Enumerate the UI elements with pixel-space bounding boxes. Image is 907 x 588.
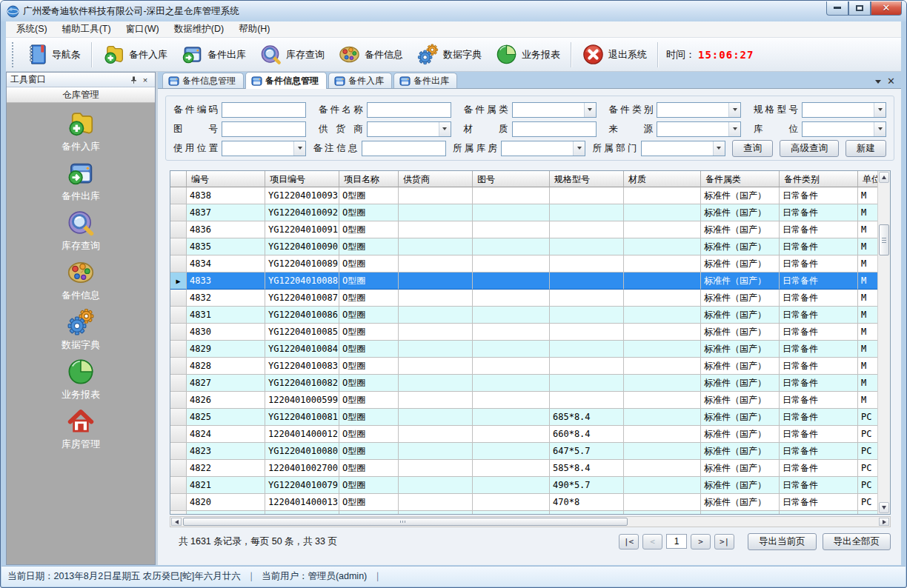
department-dropdown[interactable] xyxy=(641,141,725,156)
supplier-dropdown[interactable] xyxy=(367,121,451,137)
column-header[interactable]: 项目编号 xyxy=(265,171,339,187)
part-code-input[interactable] xyxy=(222,102,306,118)
menu-item[interactable]: 窗口(W) xyxy=(119,21,167,38)
sidebar-item-business-report[interactable]: 业务报表 xyxy=(7,357,155,407)
part-class-dropdown[interactable] xyxy=(657,102,741,118)
chevron-down-icon[interactable] xyxy=(728,122,740,136)
column-header[interactable]: 编号 xyxy=(187,171,265,187)
toolbar-button-business-report[interactable]: 业务报表 xyxy=(488,40,567,69)
table-row[interactable]: 4825YG12204010081O型圈685*8.4标准件（国产）日常备件PC xyxy=(170,409,877,426)
export-all-pages-button[interactable]: 导出全部页 xyxy=(823,533,891,550)
toolbar-button-stock-in[interactable]: 备件入库 xyxy=(96,40,174,69)
chevron-down-icon[interactable] xyxy=(874,103,886,117)
vertical-scroll-thumb[interactable] xyxy=(879,224,889,255)
sidebar-item-data-dictionary[interactable]: 数据字典 xyxy=(7,307,155,357)
sidebar-item-warehouse-management[interactable]: 库房管理 xyxy=(7,407,155,456)
table-row[interactable]: 4829YG12204010084O型圈标准件（国产）日常备件M xyxy=(170,341,877,358)
row-selector-cell[interactable] xyxy=(170,341,187,358)
toolbar-button-stock-out[interactable]: 备件出库 xyxy=(174,40,253,69)
remark-input[interactable] xyxy=(362,141,446,156)
row-selector-cell[interactable]: ▶ xyxy=(170,273,187,290)
row-selector-cell[interactable] xyxy=(170,204,187,221)
tab-parts-info-management-1[interactable]: 备件信息管理 xyxy=(162,73,244,88)
sidebar-item-inventory-query[interactable]: 库存查询 xyxy=(7,208,155,258)
row-selector-header[interactable] xyxy=(170,171,187,187)
row-selector-cell[interactable] xyxy=(170,392,187,409)
table-row[interactable]: 4835YG12204010090O型圈标准件（国产）日常备件M xyxy=(170,238,877,255)
table-row[interactable]: 4827YG12204010082O型圈标准件（国产）日常备件M xyxy=(170,375,877,392)
chevron-down-icon[interactable] xyxy=(713,141,725,156)
drawing-no-input[interactable] xyxy=(222,121,306,137)
table-row[interactable]: 4837YG12204010092O型圈标准件（国产）日常备件M xyxy=(170,204,877,221)
pin-icon[interactable] xyxy=(127,75,139,85)
part-category-dropdown[interactable] xyxy=(512,102,597,118)
maximize-button[interactable] xyxy=(848,1,871,16)
column-header[interactable]: 材质 xyxy=(624,171,701,187)
material-input[interactable] xyxy=(512,121,597,137)
table-row[interactable]: 48261220401000599O型圈标准件（国产）日常备件M xyxy=(170,392,877,409)
row-selector-cell[interactable] xyxy=(170,511,187,514)
table-row[interactable]: 4828YG12204010083O型圈标准件（国产）日常备件M xyxy=(170,358,877,375)
sidebar-item-stock-in[interactable]: 备件入库 xyxy=(7,109,155,158)
table-row[interactable]: 4831YG12204010086O型圈标准件（国产）日常备件M xyxy=(170,307,877,324)
column-header[interactable]: 备件属类 xyxy=(701,171,780,187)
row-selector-cell[interactable] xyxy=(170,494,187,511)
table-row[interactable]: 4832YG12204010087O型圈标准件（国产）日常备件M xyxy=(170,290,877,307)
column-header[interactable]: 单位 xyxy=(858,171,877,187)
page-number-input[interactable] xyxy=(666,534,687,549)
export-current-page-button[interactable]: 导出当前页 xyxy=(748,533,817,550)
next-page-button[interactable]: > xyxy=(691,534,711,549)
column-header[interactable]: 项目名称 xyxy=(339,171,399,187)
row-selector-cell[interactable] xyxy=(170,426,187,443)
tab-parts-info-management-2[interactable]: 备件信息管理 xyxy=(245,72,327,89)
last-page-button[interactable]: >| xyxy=(714,534,734,549)
menu-item[interactable]: 帮助(H) xyxy=(231,21,277,38)
minimize-button[interactable] xyxy=(826,1,848,16)
usage-position-dropdown[interactable] xyxy=(222,141,306,156)
table-row[interactable]: 48221220401002700O型圈585*8.4标准件（国产）日常备件PC xyxy=(170,460,877,477)
row-selector-cell[interactable] xyxy=(170,443,187,460)
chevron-down-icon[interactable] xyxy=(293,141,305,156)
toolbar-grip[interactable] xyxy=(12,42,16,67)
table-row[interactable]: 48201220401400013O型圈470*8标准件（国产）日常备件PC xyxy=(170,494,877,511)
sidebar-item-parts-info[interactable]: 备件信息 xyxy=(7,258,155,307)
first-page-button[interactable]: |< xyxy=(619,534,639,549)
scroll-up-icon[interactable] xyxy=(879,172,889,183)
scroll-right-icon[interactable] xyxy=(879,518,889,526)
row-selector-cell[interactable] xyxy=(170,307,187,324)
row-selector-cell[interactable] xyxy=(170,255,187,273)
advanced-query-button[interactable]: 高级查询 xyxy=(780,140,839,157)
toolbar-button-parts-info[interactable]: 备件信息 xyxy=(331,40,410,69)
row-selector-cell[interactable] xyxy=(170,477,187,494)
row-selector-cell[interactable] xyxy=(170,375,187,392)
table-row[interactable]: ▶4833YG12204010088O型圈标准件（国产）日常备件M xyxy=(170,273,877,290)
new-button[interactable]: 新建 xyxy=(845,140,886,157)
grid-horizontal-scrollbar[interactable] xyxy=(170,516,891,527)
table-row[interactable]: 4823YG12204010080O型圈647*5.7标准件（国产）日常备件PC xyxy=(170,443,877,460)
chevron-down-icon[interactable] xyxy=(573,141,585,156)
sidebar-item-stock-out[interactable]: 备件出库 xyxy=(7,158,155,208)
close-button[interactable]: ✕ xyxy=(871,1,902,16)
toolbar-button-data-dictionary[interactable]: 数据字典 xyxy=(410,40,488,69)
scroll-left-icon[interactable] xyxy=(171,518,182,526)
row-selector-cell[interactable] xyxy=(170,221,187,238)
toolbar-button-navbar[interactable]: 导航条 xyxy=(19,40,87,69)
part-name-input[interactable] xyxy=(367,102,451,118)
row-selector-cell[interactable] xyxy=(170,187,187,204)
menu-item[interactable]: 数据维护(D) xyxy=(167,21,231,38)
table-row[interactable]: 4821YG12204010079O型圈490*5.7标准件（国产）日常备件PC xyxy=(170,477,877,494)
chevron-down-icon[interactable] xyxy=(439,122,451,136)
table-row[interactable]: 4838YG12204010093O型圈标准件（国产）日常备件M xyxy=(170,187,877,204)
chevron-down-icon[interactable] xyxy=(584,103,596,117)
table-row[interactable]: 4836YG12204010091O型圈标准件（国产）日常备件M xyxy=(170,221,877,238)
toolbar-button-exit-system[interactable]: 退出系统 xyxy=(575,40,654,69)
column-header[interactable]: 备件类别 xyxy=(780,171,858,187)
query-button[interactable]: 查询 xyxy=(732,140,773,157)
warehouse-dropdown[interactable] xyxy=(501,141,585,156)
chevron-down-icon[interactable] xyxy=(874,122,886,136)
toolbar-button-inventory-query[interactable]: 库存查询 xyxy=(253,40,331,69)
row-selector-cell[interactable] xyxy=(170,324,187,341)
scroll-down-icon[interactable] xyxy=(879,502,889,513)
table-row[interactable]: 4834YG12204010089O型圈标准件（国产）日常备件M xyxy=(170,255,877,273)
source-dropdown[interactable] xyxy=(657,121,741,137)
